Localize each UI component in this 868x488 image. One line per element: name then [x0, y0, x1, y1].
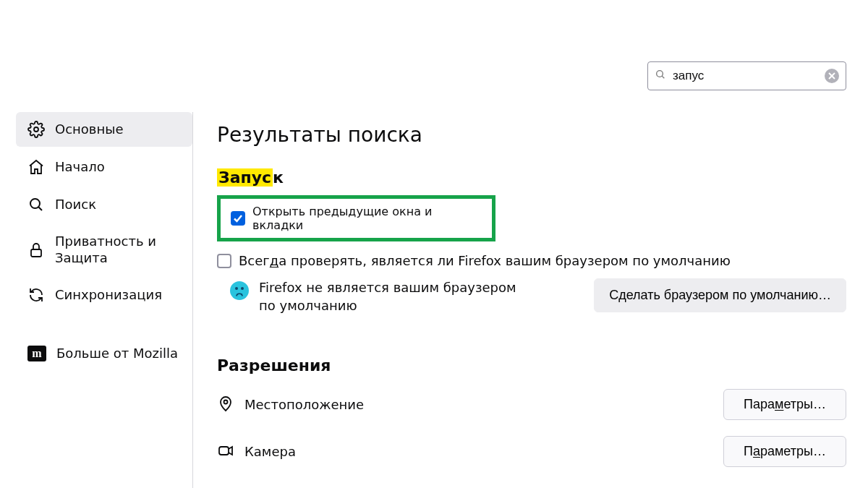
location-icon — [217, 395, 234, 415]
sidebar-item-label: Синхронизация — [55, 287, 181, 304]
sad-face-icon — [230, 281, 249, 300]
mozilla-icon: m — [27, 346, 46, 361]
search-results-heading: Результаты поиска — [217, 123, 846, 147]
svg-point-0 — [34, 127, 38, 132]
always-check-label: Всегда проверять, является ли Firefox ва… — [239, 253, 731, 268]
svg-point-1 — [30, 199, 40, 208]
camera-icon — [217, 442, 234, 462]
sidebar-item-sync[interactable]: Синхронизация — [16, 278, 192, 312]
always-check-default-option[interactable]: Всегда проверять, является ли Firefox ва… — [217, 253, 846, 268]
search-icon — [655, 69, 666, 83]
clear-search-button[interactable] — [825, 69, 839, 83]
not-default-message: Firefox не является вашим браузером по у… — [259, 278, 519, 314]
permissions-section-title: Разрешения — [217, 356, 846, 374]
restore-previous-session-option[interactable]: Открыть предыдущие окна и вкладки — [217, 195, 495, 241]
settings-content: Результаты поиска Запуск Открыть предыду… — [217, 61, 846, 483]
sidebar-item-label: Поиск — [55, 197, 181, 213]
settings-search-input[interactable] — [647, 61, 846, 90]
location-settings-button[interactable]: Параметры… — [723, 389, 846, 420]
svg-point-4 — [657, 71, 663, 77]
search-box — [647, 61, 846, 90]
sync-icon — [27, 286, 45, 304]
svg-rect-9 — [219, 447, 229, 455]
default-browser-row: Firefox не является вашим браузером по у… — [217, 278, 846, 314]
sidebar-item-label: Больше от Mozilla — [56, 346, 181, 362]
sidebar-item-privacy[interactable]: Приватность и Защита — [16, 225, 192, 275]
make-default-button[interactable]: Сделать браузером по умолчанию… — [594, 278, 846, 312]
highlight-match: Запус — [217, 168, 273, 187]
settings-sidebar: Основные Начало Поиск Приватность и Защи… — [16, 112, 193, 488]
permission-location-row: Местоположение Параметры… — [217, 389, 846, 420]
sidebar-item-label: Основные — [55, 121, 181, 138]
svg-point-8 — [224, 400, 228, 403]
restore-session-checkbox[interactable] — [231, 211, 245, 226]
search-wrap — [217, 61, 846, 90]
svg-line-2 — [38, 207, 42, 210]
sidebar-item-more-mozilla[interactable]: m Больше от Mozilla — [16, 337, 192, 371]
restore-session-label: Открыть предыдущие окна и вкладки — [252, 205, 482, 232]
search-icon — [27, 196, 45, 213]
sidebar-item-search[interactable]: Поиск — [16, 187, 192, 222]
lock-icon — [27, 241, 45, 259]
gear-icon — [27, 121, 45, 138]
sidebar-item-label: Начало — [55, 159, 181, 176]
svg-rect-3 — [31, 249, 41, 257]
permission-camera-label: Камера — [244, 444, 296, 459]
permission-camera-row: Камера Параметры… — [217, 436, 846, 467]
permission-location-label: Местоположение — [244, 397, 364, 412]
sidebar-item-home[interactable]: Начало — [16, 150, 192, 184]
sidebar-item-label: Приватность и Защита — [55, 234, 181, 266]
svg-line-5 — [662, 76, 664, 78]
home-icon — [27, 158, 45, 176]
sidebar-item-general[interactable]: Основные — [16, 112, 192, 147]
camera-settings-button[interactable]: Параметры… — [723, 436, 846, 467]
always-check-checkbox[interactable] — [217, 254, 231, 268]
startup-section-title: Запуск — [217, 168, 846, 187]
